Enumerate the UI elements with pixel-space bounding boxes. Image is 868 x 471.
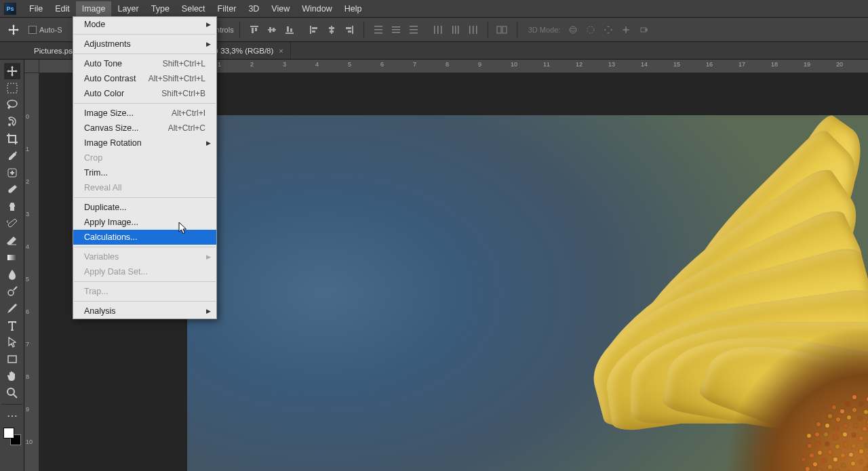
document-canvas[interactable]: [187, 115, 868, 471]
menu-item-auto-contrast[interactable]: Auto ContrastAlt+Shift+Ctrl+L: [73, 71, 216, 86]
3d-pan-icon[interactable]: [601, 22, 616, 37]
move-tool-indicator-icon[interactable]: [4, 20, 23, 39]
svg-rect-32: [458, 26, 459, 34]
close-tab-icon[interactable]: ×: [279, 47, 283, 55]
healing-tool-icon[interactable]: [4, 165, 20, 181]
menu-image[interactable]: Image: [76, 1, 112, 16]
menu-item-crop: Crop: [73, 150, 216, 165]
eraser-tool-icon[interactable]: [4, 232, 20, 249]
3d-zoom-icon[interactable]: [636, 22, 651, 37]
menu-select[interactable]: Select: [176, 1, 212, 16]
menu-layer[interactable]: Layer: [111, 1, 144, 16]
align-hcenter-icon[interactable]: [324, 22, 339, 37]
marquee-tool-icon[interactable]: [4, 80, 20, 96]
menu-item-label: Calculations...: [84, 232, 138, 242]
align-top-icon[interactable]: [247, 22, 262, 37]
menu-item-auto-color[interactable]: Auto ColorShift+Ctrl+B: [73, 86, 216, 101]
menu-item-image-size[interactable]: Image Size...Alt+Ctrl+I: [73, 106, 216, 121]
clone-tool-icon[interactable]: [4, 199, 20, 215]
svg-point-38: [570, 26, 576, 33]
ruler-tick: 8: [446, 61, 449, 68]
gradient-tool-icon[interactable]: [4, 249, 20, 266]
brush-tool-icon[interactable]: [4, 182, 20, 198]
image-content: [187, 115, 868, 471]
eyedropper-tool-icon[interactable]: [4, 148, 20, 164]
menu-shortcut: Shift+Ctrl+L: [163, 59, 205, 68]
ruler-tick: 19: [804, 61, 810, 68]
align-vcenter-icon[interactable]: [264, 22, 279, 37]
menu-item-analysis[interactable]: Analysis▶: [73, 304, 216, 319]
3d-orbit-icon[interactable]: [566, 22, 580, 37]
svg-rect-49: [8, 356, 16, 363]
ruler-tick: 5: [26, 276, 29, 283]
menu-view[interactable]: View: [265, 1, 296, 16]
svg-rect-47: [7, 255, 17, 260]
lasso-tool-icon[interactable]: [4, 97, 20, 113]
ruler-tick: 1: [26, 146, 29, 152]
menu-item-trap: Trap...: [73, 284, 216, 299]
move-tool-icon[interactable]: [4, 63, 20, 79]
menu-window[interactable]: Window: [296, 1, 338, 16]
svg-rect-20: [374, 33, 382, 34]
menu-filter[interactable]: Filter: [212, 1, 243, 16]
menu-item-mode[interactable]: Mode▶: [73, 17, 216, 32]
ruler-tick: 20: [836, 61, 843, 68]
menu-type[interactable]: Type: [145, 1, 176, 16]
menu-item-label: Image Rotation: [84, 138, 142, 148]
menu-help[interactable]: Help: [338, 1, 368, 16]
distribute-top-icon[interactable]: [371, 22, 386, 37]
path-select-tool-icon[interactable]: [4, 334, 20, 350]
menu-item-image-rotation[interactable]: Image Rotation▶: [73, 136, 216, 150]
type-tool-icon[interactable]: [4, 317, 20, 333]
svg-rect-15: [352, 26, 353, 34]
menu-item-label: Apply Image...: [84, 218, 138, 227]
color-swatches[interactable]: [3, 428, 21, 445]
history-brush-tool-icon[interactable]: [4, 216, 20, 232]
menu-item-calculations[interactable]: Calculations...: [73, 230, 216, 245]
submenu-arrow-icon: ▶: [206, 140, 211, 146]
distribute-vcenter-icon[interactable]: [389, 22, 403, 37]
quick-select-tool-icon[interactable]: [4, 114, 20, 130]
svg-point-39: [570, 28, 576, 31]
hand-tool-icon[interactable]: [4, 368, 20, 384]
svg-rect-19: [374, 29, 382, 30]
distribute-bottom-icon[interactable]: [406, 22, 421, 37]
svg-rect-31: [455, 26, 456, 34]
align-right-icon[interactable]: [342, 22, 357, 37]
menu-item-label: Variables: [84, 252, 119, 262]
menu-item-duplicate[interactable]: Duplicate...: [73, 200, 216, 215]
distribute-left-icon[interactable]: [431, 22, 446, 37]
svg-point-41: [625, 28, 627, 31]
menu-item-canvas-size[interactable]: Canvas Size...Alt+Ctrl+C: [73, 121, 216, 136]
menu-item-trim[interactable]: Trim...: [73, 165, 216, 180]
align-left-icon[interactable]: [307, 22, 321, 37]
auto-select-checkbox[interactable]: [28, 26, 37, 34]
foreground-color-swatch[interactable]: [3, 428, 14, 438]
blur-tool-icon[interactable]: [4, 266, 20, 283]
ruler-tick: 1: [218, 61, 221, 68]
align-bottom-icon[interactable]: [282, 22, 297, 37]
menu-3d[interactable]: 3D: [242, 1, 265, 16]
menu-edit[interactable]: Edit: [49, 1, 76, 16]
svg-rect-44: [7, 83, 17, 93]
ruler-tick: 13: [608, 61, 615, 68]
3d-slide-icon[interactable]: [618, 22, 633, 37]
svg-rect-1: [252, 28, 254, 33]
submenu-arrow-icon: ▶: [206, 41, 211, 47]
auto-align-icon[interactable]: [495, 22, 510, 37]
pen-tool-icon[interactable]: [4, 300, 20, 316]
menu-file[interactable]: File: [23, 1, 49, 16]
edit-toolbar-icon[interactable]: ⋯: [4, 407, 20, 424]
zoom-tool-icon[interactable]: [4, 385, 20, 401]
vertical-ruler[interactable]: 01234567891011: [24, 73, 39, 471]
rectangle-tool-icon[interactable]: [4, 351, 20, 367]
svg-rect-34: [473, 26, 474, 34]
menu-item-auto-tone[interactable]: Auto ToneShift+Ctrl+L: [73, 56, 216, 71]
3d-roll-icon[interactable]: [583, 22, 598, 37]
menu-item-adjustments[interactable]: Adjustments▶: [73, 37, 216, 52]
dodge-tool-icon[interactable]: [4, 283, 20, 300]
crop-tool-icon[interactable]: [4, 131, 20, 147]
menu-item-apply-image[interactable]: Apply Image...: [73, 215, 216, 230]
distribute-right-icon[interactable]: [466, 22, 481, 37]
distribute-hcenter-icon[interactable]: [448, 22, 463, 37]
